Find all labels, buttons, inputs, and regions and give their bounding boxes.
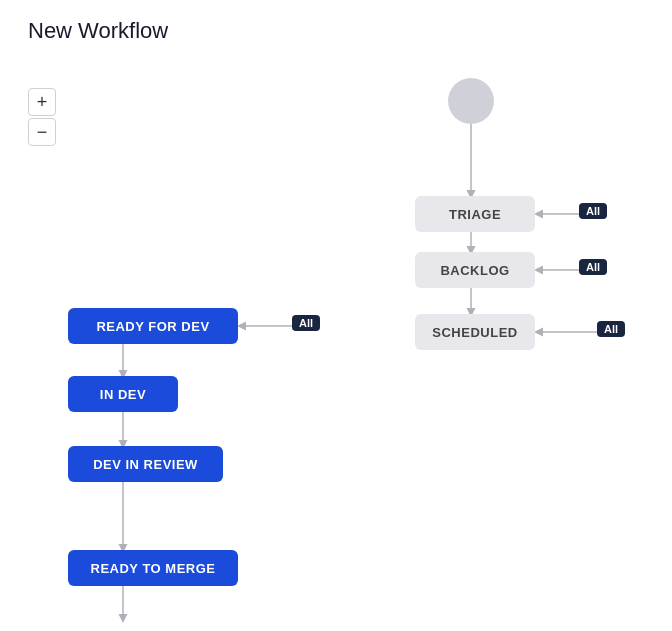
ready-for-dev-badge[interactable]: All — [292, 315, 320, 331]
zoom-in-button[interactable]: + — [28, 88, 56, 116]
in-dev-node[interactable]: IN DEV — [68, 376, 178, 412]
page-title: New Workflow — [28, 18, 168, 44]
start-circle — [448, 78, 494, 124]
backlog-node[interactable]: BACKLOG — [415, 252, 535, 288]
zoom-out-button[interactable]: − — [28, 118, 56, 146]
ready-to-merge-node[interactable]: READY TO MERGE — [68, 550, 238, 586]
scheduled-node[interactable]: SCHEDULED — [415, 314, 535, 350]
backlog-badge[interactable]: All — [579, 259, 607, 275]
triage-badge[interactable]: All — [579, 203, 607, 219]
zoom-controls: + − — [28, 88, 56, 146]
ready-for-dev-node[interactable]: READY FOR DEV — [68, 308, 238, 344]
scheduled-badge[interactable]: All — [597, 321, 625, 337]
dev-in-review-node[interactable]: DEV IN REVIEW — [68, 446, 223, 482]
triage-node[interactable]: TRIAGE — [415, 196, 535, 232]
